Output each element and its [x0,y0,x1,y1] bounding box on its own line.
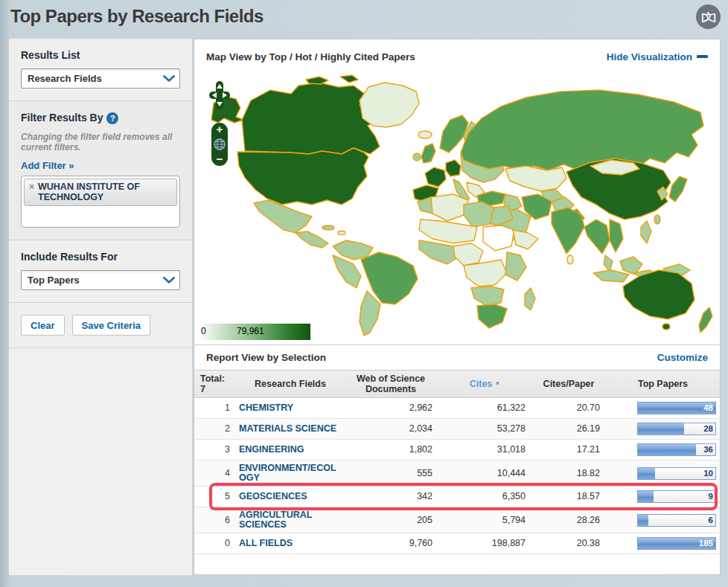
row-top-papers-cell: 28 [606,419,720,439]
page-title: Top Papers by Research Fields [10,6,718,27]
row-cites: 198,887 [438,533,531,554]
remove-filter-icon[interactable]: × [29,182,34,202]
col-cites-per-paper: Cites/Paper [531,371,606,397]
report-view-header: Report View by Selection Customize [194,344,720,370]
zoom-in-button[interactable]: + [217,124,223,135]
pan-control[interactable] [209,81,230,111]
row-rank: 3 [194,440,237,460]
include-results-section: Include Results For Top Papers [9,240,192,303]
row-cites-per-paper: 20.70 [531,398,606,418]
row-field-link[interactable]: ALL FIELDS [237,533,343,554]
top-papers-bar-fill [638,468,655,479]
filter-tag[interactable]: × WUHAN INSTITUTE OF TECHNOLOGY [24,179,177,206]
col-wos-documents: Web of Science Documents [343,371,438,397]
top-papers-value: 6 [709,516,713,525]
table-row: 1 CHEMISTRY 2,962 61,322 20.70 48 [194,398,720,419]
row-field-link[interactable]: GEOSCIENCES [237,487,343,507]
row-rank: 2 [194,419,237,439]
minus-icon [697,55,708,58]
row-cites-per-paper: 28.26 [531,507,606,533]
sort-desc-icon: ▼ [494,379,500,389]
top-papers-value: 36 [703,445,713,455]
map-view-header: Map View by Top / Hot / Highly Cited Pap… [194,39,720,74]
row-docs: 2,034 [343,419,438,439]
col-top-papers: Top Papers [606,371,720,397]
top-papers-bar: 9 [637,490,716,503]
translate-glyph: [文] [701,10,715,24]
table-header-row: Total: 7 Research Fields Web of Science … [194,370,720,398]
col-cites-sort[interactable]: Cites ▼ [438,371,531,397]
row-rank: 5 [194,487,237,507]
report-view-title: Report View by Selection [206,352,326,363]
map-view-title: Map View by Top / Hot / Highly Cited Pap… [206,51,415,62]
row-docs: 9,760 [343,533,438,554]
top-papers-bar-fill [638,491,654,502]
save-criteria-button[interactable]: Save Criteria [72,315,151,336]
table-row: 6 AGRICULTURAL SCIENCES 205 5,794 28.26 … [194,507,720,533]
legend-max: 79,961 [237,326,264,336]
row-cites-per-paper: 18.82 [531,461,606,486]
row-field-link[interactable]: ENVIRONMENT/ECOLOGY [237,461,343,486]
top-papers-bar: 48 [637,402,716,414]
include-results-select[interactable]: Top Papers [21,270,180,290]
row-field-link[interactable]: CHEMISTRY [237,398,343,418]
row-field-link[interactable]: AGRICULTURAL SCIENCES [237,507,343,533]
row-cites: 5,794 [438,507,531,533]
table-row: 3 ENGINEERING 1,802 31,018 17.21 36 [194,440,720,461]
chevron-down-icon [162,71,176,86]
add-filter-link[interactable]: Add Filter » [21,160,74,171]
row-cites: 6,350 [438,487,531,507]
legend-min: 0 [201,326,206,336]
row-cites-per-paper: 18.57 [531,487,606,507]
row-cites: 31,018 [438,440,531,460]
table-row: 4 ENVIRONMENT/ECOLOGY 555 10,444 18.82 1… [194,461,720,487]
main-panel: Map View by Top / Hot / Highly Cited Pap… [194,39,721,575]
filter-box: × WUHAN INSTITUTE OF TECHNOLOGY [21,176,180,228]
top-papers-value: 10 [703,469,713,478]
row-field-link[interactable]: MATERIALS SCIENCE [237,419,343,439]
table-row: 0 ALL FIELDS 9,760 198,887 20.38 185 [194,533,720,554]
sidebar-buttons: Clear Save Criteria [9,303,192,348]
customize-link[interactable]: Customize [657,352,708,363]
results-list-heading: Results List [21,49,180,61]
include-results-value: Top Papers [28,275,80,286]
map-controls: + − [209,81,230,166]
top-papers-value: 9 [709,492,713,501]
row-cites: 10,444 [438,461,531,486]
top-papers-value: 28 [703,424,713,434]
help-icon[interactable]: ? [106,112,118,124]
translate-icon[interactable]: [文] [696,4,721,29]
zoom-control: + − [211,123,228,166]
map-area: + − 0 79,961 [194,74,720,344]
top-papers-value: 185 [699,539,713,548]
top-papers-bar: 185 [637,537,716,550]
include-results-heading: Include Results For [21,251,180,263]
row-docs: 1,802 [343,440,438,460]
row-cites-per-paper: 17.21 [531,440,606,460]
content-area: Results List Research Fields Filter Resu… [0,39,728,575]
row-rank: 6 [194,507,237,533]
world-map[interactable] [194,74,720,344]
top-papers-bar-fill [638,423,684,434]
filter-section: Filter Results By? Changing the filter f… [9,101,192,240]
top-papers-bar-fill [638,515,648,526]
row-top-papers-cell: 10 [606,461,720,486]
chevron-down-icon [162,273,176,288]
row-rank: 1 [194,398,237,418]
clear-button[interactable]: Clear [21,315,65,336]
row-docs: 2,962 [343,398,438,418]
zoom-out-button[interactable]: − [217,154,223,164]
hide-visualization-link[interactable]: Hide Visualization [607,51,708,62]
globe-icon[interactable] [214,138,226,150]
row-cites-per-paper: 20.38 [531,533,606,554]
row-cites-per-paper: 26.19 [531,419,606,439]
row-field-link[interactable]: ENGINEERING [237,440,343,460]
top-papers-value: 48 [703,403,713,413]
sidebar-filler [9,348,192,575]
top-papers-bar: 10 [637,467,716,480]
results-list-select[interactable]: Research Fields [21,68,180,89]
row-docs: 205 [343,507,438,533]
row-top-papers-cell: 185 [606,533,720,554]
top-papers-bar: 36 [637,443,716,456]
row-rank: 4 [194,461,237,486]
